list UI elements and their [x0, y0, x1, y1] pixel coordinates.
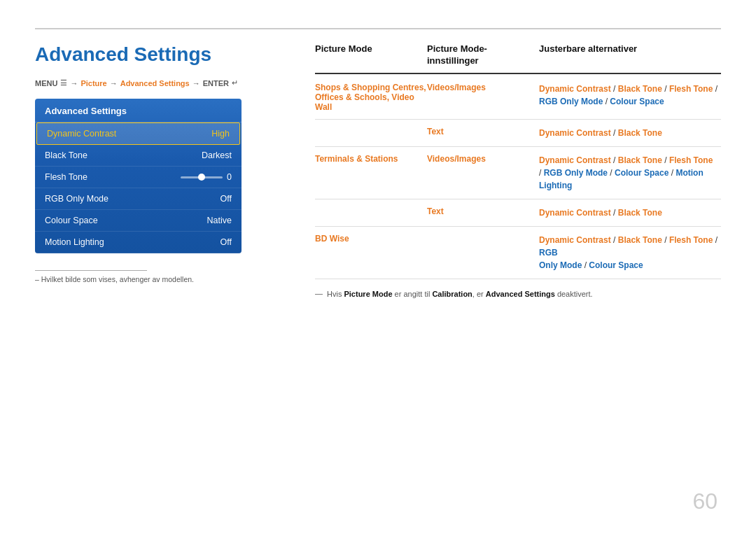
options-bd-wise: Dynamic Contrast / Black Tone / Flesh To…: [539, 234, 721, 272]
note-section: ― Hvis Picture Mode er angitt til Calibr…: [315, 289, 721, 300]
table-row-1: Shops & Shopping Centres,Offices & Schoo…: [315, 76, 721, 120]
footnote-text: – Hvilket bilde som vises, avhenger av m…: [35, 275, 273, 283]
note-bold-advanced-settings: Advanced Settings: [486, 290, 555, 298]
advanced-settings-link[interactable]: Advanced Settings: [120, 79, 190, 87]
submode-text-2: Text: [427, 206, 539, 216]
flesh-tone-slider-container: 0: [181, 172, 232, 182]
picture-link[interactable]: Picture: [80, 79, 106, 87]
note-bold-calibration: Calibration: [432, 290, 472, 298]
rgb-only-mode-label: RGB Only Mode: [45, 194, 108, 204]
dynamic-contrast-value: High: [211, 129, 230, 139]
enter-icon: ↵: [232, 78, 238, 87]
note-dash: ―: [315, 289, 323, 297]
col-header-picture-mode-settings: Picture Mode-innstillinger: [427, 43, 539, 67]
motion-lighting-row[interactable]: Motion Lighting Off: [35, 232, 241, 253]
menu-label: MENU: [35, 79, 57, 87]
table-row-5: BD Wise Dynamic Contrast / Black Tone / …: [315, 227, 721, 279]
motion-lighting-value: Off: [220, 237, 232, 247]
note-bold-picture-mode: Picture Mode: [344, 290, 392, 298]
options-shops-videos: Dynamic Contrast / Black Tone / Flesh To…: [539, 83, 721, 108]
colour-space-value: Native: [207, 216, 232, 225]
black-tone-row[interactable]: Black Tone Darkest: [35, 145, 241, 167]
submode-videos-images-2: Videos/Images: [427, 154, 539, 164]
slider-thumb: [198, 174, 205, 181]
flesh-tone-label: Flesh Tone: [45, 172, 88, 182]
mode-terminals: Terminals & Stations: [315, 154, 427, 164]
page-number: 60: [692, 489, 718, 514]
rgb-only-mode-value: Off: [220, 194, 232, 204]
rgb-only-mode-row[interactable]: RGB Only Mode Off: [35, 188, 241, 210]
options-terminals-videos: Dynamic Contrast / Black Tone / Flesh To…: [539, 154, 721, 192]
slider-track[interactable]: [181, 176, 223, 178]
dynamic-contrast-label: Dynamic Contrast: [47, 129, 116, 139]
menu-path: MENU ☰ → Picture → Advanced Settings → E…: [35, 78, 273, 87]
submode-text-1: Text: [427, 127, 539, 136]
settings-box-title: Advanced Settings: [35, 99, 241, 122]
flesh-tone-value: 0: [227, 172, 232, 182]
table-row-2: Text Dynamic Contrast / Black Tone: [315, 120, 721, 147]
colour-space-row[interactable]: Colour Space Native: [35, 210, 241, 232]
settings-box: Advanced Settings Dynamic Contrast High …: [35, 99, 241, 253]
top-rule: [35, 28, 721, 29]
col-header-adjustable: Justerbare alternativer: [539, 43, 721, 67]
dynamic-contrast-row[interactable]: Dynamic Contrast High: [36, 122, 240, 145]
page-title: Advanced Settings: [35, 43, 273, 66]
black-tone-label: Black Tone: [45, 150, 88, 160]
motion-lighting-label: Motion Lighting: [45, 237, 104, 247]
mode-bd-wise: BD Wise: [315, 234, 427, 244]
table-row-4: Text Dynamic Contrast / Black Tone: [315, 199, 721, 227]
table-row-3: Terminals & Stations Videos/Images Dynam…: [315, 147, 721, 199]
table-header: Picture Mode Picture Mode-innstillinger …: [315, 43, 721, 74]
options-terminals-text: Dynamic Contrast / Black Tone: [539, 206, 721, 219]
footnote-rule: [35, 270, 147, 271]
flesh-tone-row[interactable]: Flesh Tone 0: [35, 167, 241, 188]
right-panel: Picture Mode Picture Mode-innstillinger …: [301, 43, 721, 513]
colour-space-label: Colour Space: [45, 216, 98, 225]
mode-shops: Shops & Shopping Centres,Offices & Schoo…: [315, 83, 427, 112]
submode-videos-images-1: Videos/Images: [427, 83, 539, 92]
col-header-picture-mode: Picture Mode: [315, 43, 427, 67]
footnote-section: – Hvilket bilde som vises, avhenger av m…: [35, 270, 273, 283]
enter-label: ENTER: [203, 79, 229, 87]
note-text: Hvis Picture Mode er angitt til Calibrat…: [327, 289, 593, 300]
black-tone-value: Darkest: [202, 150, 232, 160]
left-panel: Advanced Settings MENU ☰ → Picture → Adv…: [35, 43, 273, 513]
options-shops-text: Dynamic Contrast / Black Tone: [539, 127, 721, 139]
